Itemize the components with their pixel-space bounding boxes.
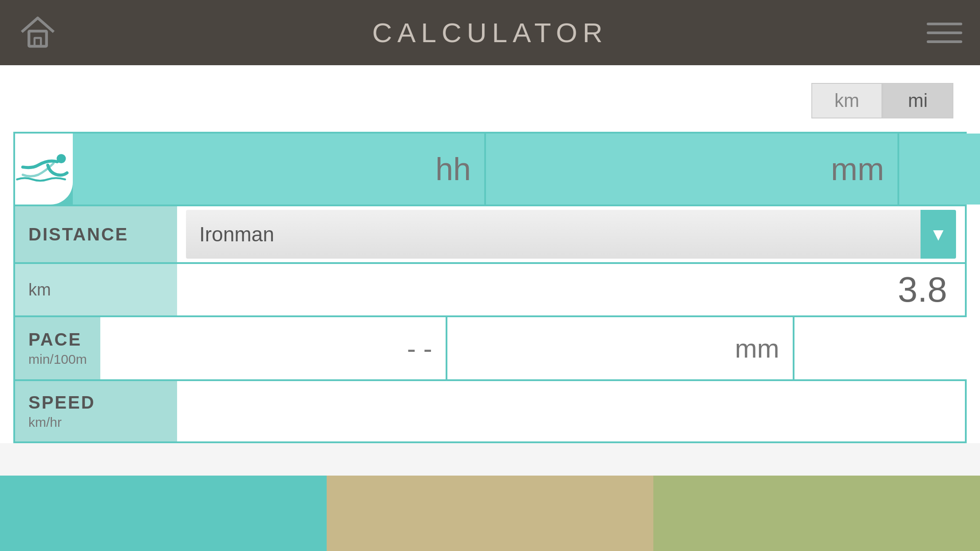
swim-icon-cell (15, 134, 73, 205)
pace-sublabel: min/100m (28, 352, 87, 367)
menu-line-3 (927, 40, 962, 43)
bottom-nav-bike[interactable] (327, 476, 653, 551)
km-value: 3.8 (177, 264, 965, 315)
distance-display[interactable]: Ironman (186, 210, 956, 259)
distance-dropdown-cell: Ironman ▼ (177, 206, 965, 262)
km-label: km (15, 264, 177, 315)
time-row (15, 134, 965, 205)
speed-value (177, 381, 965, 441)
speed-sublabel: km/hr (28, 415, 164, 430)
distance-label-cell: DISTANCE (15, 206, 177, 262)
distance-row: DISTANCE Ironman ▼ (15, 205, 965, 262)
dropdown-arrow-icon[interactable]: ▼ (921, 210, 956, 259)
menu-button[interactable] (927, 23, 962, 43)
speed-label: SPEED (28, 393, 164, 413)
pace-field-3[interactable] (793, 317, 980, 379)
mi-unit-button[interactable]: mi (882, 83, 953, 118)
pace-label: PACE (28, 330, 87, 350)
pace-field-2[interactable] (446, 317, 793, 379)
header: CALCULATOR (0, 0, 980, 65)
speed-row: SPEED km/hr (15, 379, 965, 441)
home-icon (18, 12, 58, 52)
menu-line-1 (927, 23, 962, 25)
pace-label-cell: PACE min/100m (15, 317, 100, 379)
time-ss-input[interactable] (897, 134, 980, 205)
speed-label-cell: SPEED km/hr (15, 381, 177, 441)
home-button[interactable] (18, 12, 58, 54)
main-content: km mi (0, 65, 980, 443)
bottom-nav (0, 476, 980, 551)
pace-field-1[interactable] (100, 317, 446, 379)
bottom-nav-swim[interactable] (0, 476, 327, 551)
distance-label: DISTANCE (28, 224, 164, 244)
pace-row: PACE min/100m (15, 315, 965, 379)
km-unit-button[interactable]: km (811, 83, 882, 118)
time-mm-input[interactable] (484, 134, 897, 205)
calculator-section: DISTANCE Ironman ▼ km 3.8 PACE min/100m (13, 132, 967, 443)
pace-fields (100, 317, 980, 379)
time-hh-input[interactable] (73, 134, 484, 205)
km-value-row: km 3.8 (15, 262, 965, 315)
unit-toggle: km mi (0, 83, 980, 118)
menu-line-2 (927, 31, 962, 34)
page-title: CALCULATOR (372, 17, 608, 48)
distance-dropdown-wrapper: Ironman ▼ (186, 210, 956, 259)
swim-icon (15, 149, 73, 189)
time-fields (73, 134, 980, 205)
bottom-nav-run[interactable] (653, 476, 980, 551)
